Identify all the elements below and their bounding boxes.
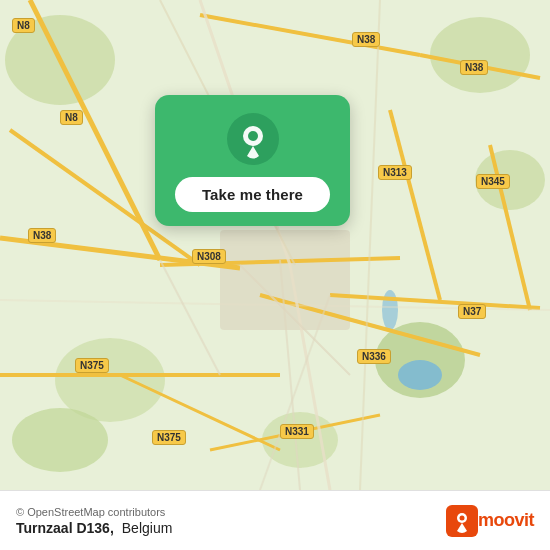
road-label-n345: N345 <box>476 174 510 189</box>
road-label-n331: N331 <box>280 424 314 439</box>
road-label-n38-left: N38 <box>28 228 56 243</box>
moovit-logo: moovit <box>446 505 534 537</box>
svg-point-35 <box>248 131 258 141</box>
svg-point-7 <box>12 408 108 472</box>
svg-point-38 <box>459 515 464 520</box>
location-name: Turnzaal D136, <box>16 520 114 536</box>
road-label-n308: N308 <box>192 249 226 264</box>
road-label-n375-left: N375 <box>75 358 109 373</box>
road-label-n8-top: N8 <box>12 18 35 33</box>
svg-point-6 <box>262 412 338 468</box>
pin-icon <box>227 113 279 165</box>
bottom-bar: © OpenStreetMap contributors Turnzaal D1… <box>0 490 550 550</box>
svg-point-8 <box>398 360 442 390</box>
moovit-icon <box>446 505 478 537</box>
location-card: Take me there <box>155 95 350 226</box>
map-container: N8 N38 N38 N8 N313 N345 N38 N308 N37 N37… <box>0 0 550 490</box>
moovit-text: moovit <box>478 510 534 531</box>
road-label-n37: N37 <box>458 304 486 319</box>
svg-point-9 <box>382 290 398 330</box>
road-label-n38-right: N38 <box>460 60 488 75</box>
road-label-n375-bottom: N375 <box>152 430 186 445</box>
road-label-n8-mid: N8 <box>60 110 83 125</box>
svg-point-2 <box>430 17 530 93</box>
road-label-n336: N336 <box>357 349 391 364</box>
take-me-there-button[interactable]: Take me there <box>175 177 330 212</box>
attribution-text: © OpenStreetMap contributors <box>16 506 172 518</box>
road-label-n38-top: N38 <box>352 32 380 47</box>
road-label-n313: N313 <box>378 165 412 180</box>
location-country: Belgium <box>122 520 173 536</box>
